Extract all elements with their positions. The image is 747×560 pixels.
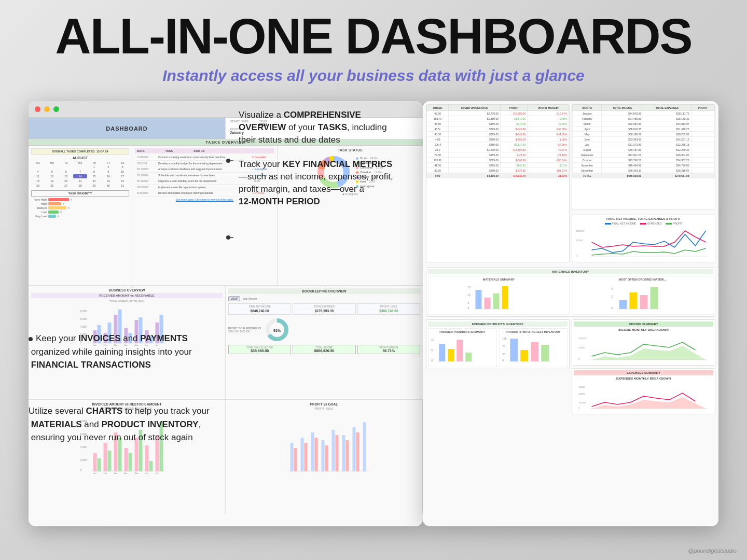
finished-products-section: FINISHED PRODUCTS INVENTORY FINISHED PRO… bbox=[426, 319, 570, 369]
svg-rect-75 bbox=[325, 445, 328, 471]
table-total-row: 0.00 $4,395.00 $-5,210.79 -28.71% bbox=[427, 173, 569, 178]
profit-margin-box: PROFIT MARGIN 56.71% bbox=[357, 345, 420, 354]
financial-table: ORDER SPEND ON RESTOCK PROFIT PROFIT MAR… bbox=[426, 105, 569, 178]
svg-rect-101 bbox=[630, 292, 638, 309]
materials-section: MATERIALS INVENTORY MATERIALS SUMMARY 15… bbox=[426, 267, 715, 317]
table-row: 188.70$1,380.00$3,370.0070.75% bbox=[427, 116, 569, 121]
svg-text:Jan: Jan bbox=[93, 472, 96, 474]
maximize-icon[interactable] bbox=[53, 106, 59, 112]
svg-text:40,000: 40,000 bbox=[579, 386, 586, 388]
materials-summary-area: MATERIALS SUMMARY 15 10 5 0 In Stock Reo… bbox=[428, 276, 570, 315]
svg-text:0: 0 bbox=[579, 358, 580, 360]
svg-rect-102 bbox=[640, 295, 648, 309]
svg-rect-64 bbox=[290, 443, 294, 471]
bookkeeping-bottom-grid: TOTAL TAX COLLECTED $39,880.50 TOTAL INC… bbox=[228, 345, 420, 354]
bookkeeping-controls: VIEW Total Amount bbox=[228, 296, 420, 301]
profit-goal-sub: $366,747 / $405,000 bbox=[228, 330, 261, 333]
svg-rect-42 bbox=[93, 453, 97, 471]
profit-goal-label: PROFIT GOAL PROGRESS bbox=[228, 327, 261, 330]
svg-rect-125 bbox=[520, 350, 528, 361]
svg-text:75: 75 bbox=[502, 345, 505, 348]
priority-bar-medium bbox=[48, 206, 66, 209]
svg-rect-78 bbox=[356, 432, 359, 471]
minimize-icon[interactable] bbox=[44, 106, 50, 112]
right-panel-inner: ORDER SPEND ON RESTOCK PROFIT PROFIT MAR… bbox=[423, 101, 718, 526]
net-income-line-chart: 100,000 50,000 0 bbox=[574, 227, 713, 258]
svg-text:Reorder: Reorder bbox=[485, 310, 492, 311]
most-ordered-title: MOST OFTEN ORDERED MATERI... bbox=[574, 278, 711, 281]
col-profit: PROFIT bbox=[501, 105, 528, 111]
table-row: July$51,273.80$12,268.15 bbox=[573, 142, 715, 147]
svg-rect-76 bbox=[336, 435, 339, 471]
svg-text:4,000: 4,000 bbox=[80, 445, 87, 449]
svg-marker-136 bbox=[592, 346, 706, 360]
table-row: June$53,343.60$14,257.10 bbox=[573, 137, 715, 142]
close-icon[interactable] bbox=[35, 106, 40, 112]
finished-summary-chart: 10 5 0 In Stock Preorder Time To bbox=[430, 334, 495, 363]
svg-text:Apr: Apr bbox=[125, 472, 128, 474]
svg-text:0: 0 bbox=[80, 469, 82, 472]
bookkeeping-area: BOOKKEEPING OVERVIEW VIEW Total Amount F… bbox=[226, 286, 423, 399]
calendar-section: OVERALL TASKS COMPLETED: 13 OF 24 AUGUST… bbox=[31, 148, 129, 188]
net-income-title: FINAL NET INCOME, TOTAL EXPENSES & PROFI… bbox=[574, 217, 713, 220]
expenses-breakdown-title: EXPENSES MONTHLY BREAKDOWN bbox=[574, 377, 713, 380]
svg-text:4,000: 4,000 bbox=[80, 325, 87, 328]
table-row: 66.00$2,770.00$-2,980.00-210.47% bbox=[427, 111, 569, 116]
table-row: December$89,319.10$28,319.00 bbox=[573, 168, 715, 173]
net-income-legend: FINAL NET INCOME EXPENSES PROFIT bbox=[574, 222, 713, 225]
finished-inventory-title: FINISHED PRODUCTS INVENTORY bbox=[428, 321, 568, 327]
profit-loss-box: PROFIT / LOSS $366,746.62 bbox=[357, 303, 420, 315]
svg-rect-43 bbox=[98, 458, 101, 471]
annotation-left-invoices: Keep your INVOICES and PAYMENTS organize… bbox=[29, 332, 220, 372]
total-amount-label: Total Amount bbox=[242, 297, 257, 300]
profit-vs-goal-title: PROFIT vs GOAL bbox=[228, 402, 420, 406]
col-margin: PROFIT MARGIN bbox=[528, 105, 569, 111]
svg-rect-70 bbox=[353, 427, 356, 471]
biz-overview-title: BUSINESS OVERVIEW bbox=[31, 288, 223, 292]
profit-vs-goal-area: PROFIT vs GOAL PROFIT | GOAL bbox=[226, 400, 423, 514]
monthly-table-section: MONTH TOTAL INCOME TOTAL EXPENSES PROFIT… bbox=[572, 104, 715, 210]
svg-rect-44 bbox=[104, 443, 107, 471]
bookkeeping-top-grid: FINAL NET INCOME $646,740.00 TOTAL EXPEN… bbox=[228, 303, 420, 315]
task-priority-section: TASK PRIORITY Very High 4 High 5 Medium bbox=[31, 190, 129, 218]
table-row: October$73,748.50$54,387.20 bbox=[573, 158, 715, 163]
materials-summary-title: MATERIALS SUMMARY bbox=[430, 278, 568, 281]
svg-text:Jun: Jun bbox=[145, 472, 148, 474]
table-row: February$41,480.80$18,180.30 bbox=[573, 116, 715, 121]
table-row: 93.50$185.00$270.0049.20% bbox=[427, 121, 569, 127]
col-total-expenses: TOTAL EXPENSES bbox=[643, 105, 691, 111]
svg-text:2,000: 2,000 bbox=[80, 458, 87, 461]
table-total-row: TOTAL $686,638.50 $270,637.85 bbox=[573, 173, 715, 178]
svg-rect-89 bbox=[485, 298, 491, 309]
svg-rect-90 bbox=[493, 293, 500, 309]
view-button[interactable]: VIEW bbox=[228, 296, 240, 301]
income-expense-column: INCOME SUMMARY INCOME MONTHLY BREAKDOWN … bbox=[572, 319, 715, 414]
svg-text:4: 4 bbox=[612, 287, 613, 290]
priority-bar-very-high bbox=[48, 198, 69, 201]
income-summary-title: INCOME SUMMARY bbox=[574, 321, 713, 327]
table-row: August$59,187.80$12,269.30 bbox=[573, 147, 715, 152]
priority-row-very-high: Very High 4 bbox=[31, 198, 129, 201]
svg-rect-45 bbox=[108, 451, 112, 471]
priority-bar-very-low bbox=[48, 215, 56, 218]
svg-rect-77 bbox=[346, 440, 349, 471]
finished-summary-title: FINISHED PRODUCTS SUMMARY bbox=[430, 330, 495, 333]
calendar-grid: Su Mo Tu We Th Fr Sa 1 2 3 bbox=[31, 161, 129, 188]
most-ordered-chart: 4 2 0 Nature Wax Vanilla bbox=[574, 282, 711, 311]
svg-text:50,000: 50,000 bbox=[576, 239, 583, 242]
right-top-grid: ORDER SPEND ON RESTOCK PROFIT PROFIT MAR… bbox=[426, 104, 715, 265]
svg-text:10: 10 bbox=[431, 338, 434, 341]
svg-text:0: 0 bbox=[576, 255, 578, 257]
final-net-income-box: FINAL NET INCOME $646,740.00 bbox=[228, 303, 291, 315]
col-month: MONTH bbox=[573, 105, 602, 111]
svg-rect-91 bbox=[502, 286, 508, 309]
total-income-box: TOTAL INCOME $686,620.50 bbox=[293, 345, 355, 354]
table-row: 4.00$900.00$-600.001.00% bbox=[427, 137, 569, 142]
priority-row-medium: Medium 6 bbox=[31, 206, 129, 209]
monthly-chart-column: MONTH TOTAL INCOME TOTAL EXPENSES PROFIT… bbox=[572, 104, 715, 265]
calendar-priority-cell: OVERALL TASKS COMPLETED: 13 OF 24 AUGUST… bbox=[29, 146, 132, 285]
svg-text:8,000: 8,000 bbox=[80, 310, 87, 313]
page-subtitle: Instantly access all your business data … bbox=[0, 67, 747, 85]
overall-tasks: OVERALL TASKS COMPLETED: 13 OF 24 bbox=[31, 148, 129, 155]
table-row: 25.0$1,990.00$-1,390.30-40.87% bbox=[427, 147, 569, 152]
